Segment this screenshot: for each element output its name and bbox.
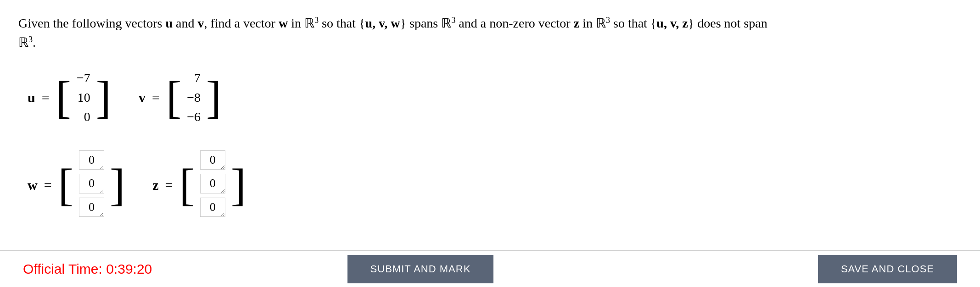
z-label: z [152,177,158,193]
v-bracket-left: [ [166,78,181,117]
w-label: w [28,177,38,193]
w-input-1-wrapper: 0 [79,150,104,173]
u-val-1: −7 [77,69,90,88]
w-values: 0 0 0 [73,148,110,223]
vector-z-expr: z = [ 0 0 0 ] [152,148,246,223]
w-label-q: w [279,16,288,30]
z-matrix: [ 0 0 0 ] [179,148,246,223]
w-input-2[interactable]: 0 [79,174,104,193]
u-equals: = [42,90,50,105]
footer-bar: Official Time: 0:39:20 SUBMIT AND MARK S… [0,250,980,287]
u-values: −7 10 0 [71,66,96,129]
w-input-3-wrapper: 0 [79,198,104,220]
z-bracket-left: [ [179,166,194,204]
vector-w-expr: w = [ 0 0 0 ] [28,148,125,223]
submit-and-mark-button[interactable]: SUBMIT AND MARK [347,255,494,283]
v-label: v [139,90,146,105]
question-text: Given the following vectors u and v, fin… [18,14,962,52]
v-values: 7 −8 −6 [181,66,206,129]
w-bracket-left: [ [58,166,73,204]
w-input-1[interactable]: 0 [79,150,104,170]
z-bracket-right: ] [231,166,246,204]
v-bracket-right: ] [206,78,221,117]
w-matrix: [ 0 0 0 ] [58,148,125,223]
v-matrix: [ 7 −8 −6 ] [166,66,221,129]
u-label-q: u [165,16,173,30]
uvz-label-q: u, v, z [656,16,688,30]
u-bracket-right: ] [96,78,111,117]
w-equals: = [44,177,52,193]
z-input-2-wrapper: 0 [200,174,225,196]
z-input-3-wrapper: 0 [200,198,225,220]
u-matrix: [ −7 10 0 ] [56,66,111,129]
v-val-2: −8 [187,88,201,107]
v-val-1: 7 [194,69,201,88]
timer-label: Official Time: [23,261,102,276]
v-val-3: −6 [187,108,201,127]
z-equals: = [165,177,173,193]
w-input-2-wrapper: 0 [79,174,104,196]
answer-vectors-row: w = [ 0 0 0 ] z [28,148,962,223]
u-val-3: 0 [84,108,90,127]
z-input-3[interactable]: 0 [200,198,225,217]
v-equals: = [152,90,160,105]
timer-display: Official Time: 0:39:20 [23,261,347,277]
v-label-q: v [197,16,204,30]
z-input-1[interactable]: 0 [200,150,225,170]
z-label-q: z [574,16,579,30]
main-content: Given the following vectors u and v, fin… [0,0,980,250]
w-input-3[interactable]: 0 [79,198,104,217]
z-input-1-wrapper: 0 [200,150,225,173]
w-bracket-right: ] [110,166,125,204]
save-and-close-button[interactable]: SAVE AND CLOSE [818,255,957,283]
z-input-2[interactable]: 0 [200,174,225,193]
timer-value: 0:39:20 [106,261,152,276]
vector-u-expr: u = [ −7 10 0 ] [28,66,111,129]
u-label: u [28,90,35,105]
z-values: 0 0 0 [195,148,231,223]
uvw-label-q: u, v, w [365,16,400,30]
u-bracket-left: [ [56,78,71,117]
u-val-2: 10 [78,88,90,107]
vector-v-expr: v = [ 7 −8 −6 ] [139,66,221,129]
given-vectors-row: u = [ −7 10 0 ] v = [ 7 −8 −6 [28,66,962,129]
